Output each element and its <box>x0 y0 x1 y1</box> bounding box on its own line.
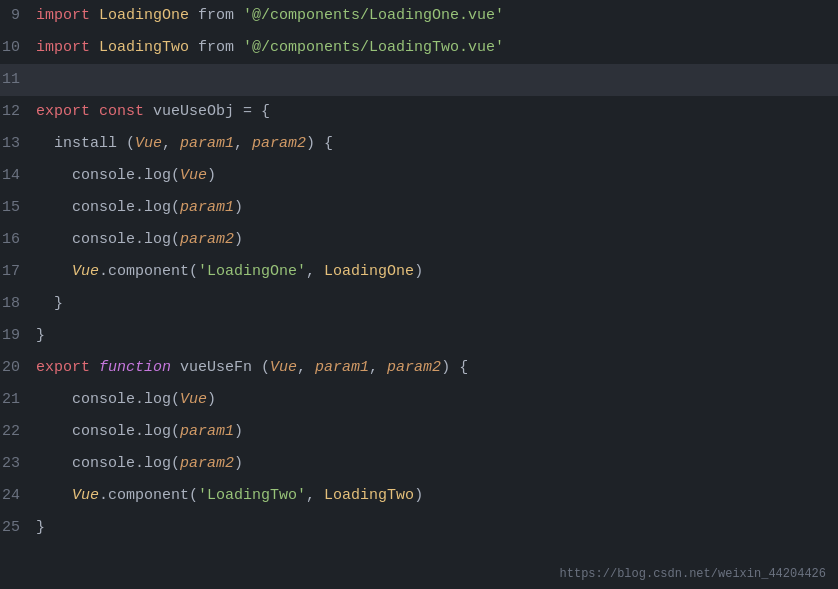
token-param: param2 <box>180 231 234 248</box>
code-content: Vue.component('LoadingTwo', LoadingTwo) <box>36 480 838 512</box>
token-component-name: LoadingOne <box>324 263 414 280</box>
token-kw-import: import <box>36 39 99 56</box>
code-content: console.log(Vue) <box>36 384 838 416</box>
code-line: 22 console.log(param1) <box>0 416 838 448</box>
token-plain: ) { <box>306 135 333 152</box>
code-content: } <box>36 288 838 320</box>
token-plain: ) { <box>441 359 468 376</box>
token-component-name: LoadingTwo <box>324 487 414 504</box>
line-number: 12 <box>0 96 36 128</box>
token-plain: .component( <box>99 487 198 504</box>
token-plain: from <box>189 7 243 24</box>
token-plain: ) <box>234 455 243 472</box>
line-number: 11 <box>0 64 36 96</box>
line-number: 18 <box>0 288 36 320</box>
code-line: 24 Vue.component('LoadingTwo', LoadingTw… <box>0 480 838 512</box>
token-param: param1 <box>180 423 234 440</box>
token-param: param1 <box>180 135 234 152</box>
token-plain: = { <box>234 103 270 120</box>
token-plain: ) <box>234 199 243 216</box>
line-number: 23 <box>0 448 36 480</box>
code-content: console.log(param2) <box>36 448 838 480</box>
token-plain: console.log( <box>36 231 180 248</box>
token-vue-component: Vue <box>72 263 99 280</box>
line-number: 15 <box>0 192 36 224</box>
token-str: '@/components/LoadingTwo.vue' <box>243 39 504 56</box>
token-param: param2 <box>180 455 234 472</box>
token-plain: console.log( <box>36 167 180 184</box>
token-plain: ) <box>207 167 216 184</box>
token-plain: , <box>162 135 180 152</box>
token-plain: ) <box>414 263 423 280</box>
token-param: param2 <box>252 135 306 152</box>
token-component-name: LoadingOne <box>99 7 189 24</box>
line-number: 19 <box>0 320 36 352</box>
token-plain: vueUseObj <box>153 103 234 120</box>
token-component-name: LoadingTwo <box>99 39 189 56</box>
line-number: 20 <box>0 352 36 384</box>
token-plain: } <box>36 295 63 312</box>
code-content: console.log(param1) <box>36 192 838 224</box>
code-line: 14 console.log(Vue) <box>0 160 838 192</box>
code-line: 16 console.log(param2) <box>0 224 838 256</box>
line-number: 17 <box>0 256 36 288</box>
token-plain: ) <box>234 231 243 248</box>
token-plain: , <box>234 135 252 152</box>
token-str: 'LoadingOne' <box>198 263 306 280</box>
line-number: 9 <box>0 0 36 32</box>
token-plain <box>36 487 72 504</box>
token-plain: console.log( <box>36 391 180 408</box>
code-line: 17 Vue.component('LoadingOne', LoadingOn… <box>0 256 838 288</box>
token-plain: , <box>306 487 324 504</box>
token-plain: , <box>297 359 315 376</box>
token-str: 'LoadingTwo' <box>198 487 306 504</box>
code-line: 10import LoadingTwo from '@/components/L… <box>0 32 838 64</box>
token-plain: vueUseFn ( <box>180 359 270 376</box>
token-param: Vue <box>180 391 207 408</box>
token-param: Vue <box>135 135 162 152</box>
code-content: } <box>36 512 838 544</box>
code-line: 20export function vueUseFn (Vue, param1,… <box>0 352 838 384</box>
token-param: param1 <box>180 199 234 216</box>
token-plain: from <box>189 39 243 56</box>
token-plain: console.log( <box>36 199 180 216</box>
token-plain: .component( <box>99 263 198 280</box>
line-number: 25 <box>0 512 36 544</box>
line-number: 13 <box>0 128 36 160</box>
token-str: '@/components/LoadingOne.vue' <box>243 7 504 24</box>
line-number: 14 <box>0 160 36 192</box>
token-plain: } <box>36 327 45 344</box>
code-content: import LoadingTwo from '@/components/Loa… <box>36 32 838 64</box>
watermark: https://blog.csdn.net/weixin_44204426 <box>560 567 826 581</box>
token-kw-import: import <box>36 7 99 24</box>
code-editor: 9import LoadingOne from '@/components/Lo… <box>0 0 838 589</box>
code-line: 15 console.log(param1) <box>0 192 838 224</box>
token-kw-export: export <box>36 103 99 120</box>
token-plain: , <box>306 263 324 280</box>
code-line: 21 console.log(Vue) <box>0 384 838 416</box>
code-line: 23 console.log(param2) <box>0 448 838 480</box>
token-plain: ) <box>207 391 216 408</box>
code-content: import LoadingOne from '@/components/Loa… <box>36 0 838 32</box>
token-plain: ) <box>414 487 423 504</box>
code-content: console.log(param1) <box>36 416 838 448</box>
line-number: 22 <box>0 416 36 448</box>
token-param: param1 <box>315 359 369 376</box>
code-content: install (Vue, param1, param2) { <box>36 128 838 160</box>
code-line: 19} <box>0 320 838 352</box>
code-content: export const vueUseObj = { <box>36 96 838 128</box>
line-number: 16 <box>0 224 36 256</box>
code-line: 18 } <box>0 288 838 320</box>
code-line: 9import LoadingOne from '@/components/Lo… <box>0 0 838 32</box>
token-param: Vue <box>270 359 297 376</box>
code-content: export function vueUseFn (Vue, param1, p… <box>36 352 838 384</box>
code-line: 11 <box>0 64 838 96</box>
token-kw-function: function <box>99 359 180 376</box>
token-plain: install ( <box>36 135 135 152</box>
code-line: 25} <box>0 512 838 544</box>
token-param: Vue <box>180 167 207 184</box>
token-vue-component: Vue <box>72 487 99 504</box>
code-content: } <box>36 320 838 352</box>
line-number: 21 <box>0 384 36 416</box>
token-plain: } <box>36 519 45 536</box>
